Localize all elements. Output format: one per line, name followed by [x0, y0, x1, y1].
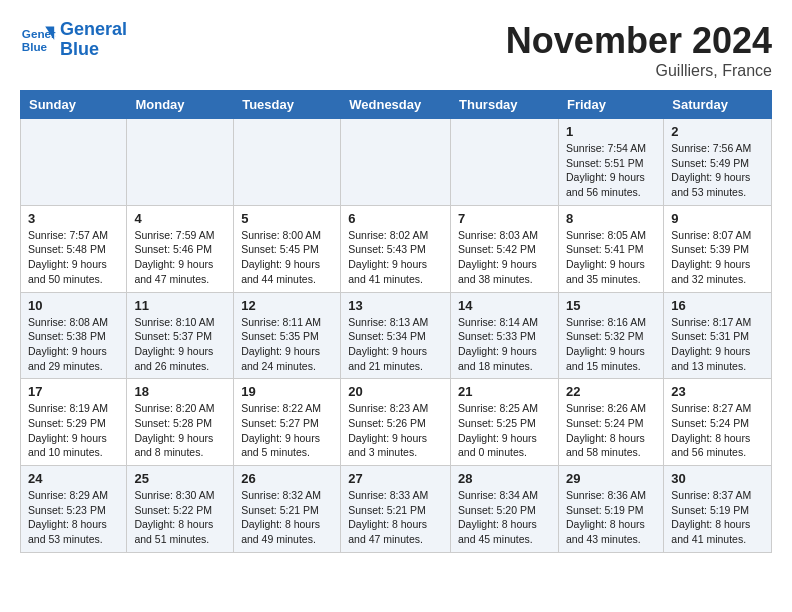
header-day-thursday: Thursday: [451, 91, 559, 119]
calendar-cell-w0d1: [127, 119, 234, 206]
day-number: 14: [458, 298, 551, 313]
calendar-cell-w3d1: 18Sunrise: 8:20 AM Sunset: 5:28 PM Dayli…: [127, 379, 234, 466]
day-info: Sunrise: 8:30 AM Sunset: 5:22 PM Dayligh…: [134, 488, 226, 547]
week-row-1: 3Sunrise: 7:57 AM Sunset: 5:48 PM Daylig…: [21, 205, 772, 292]
calendar-cell-w2d4: 14Sunrise: 8:14 AM Sunset: 5:33 PM Dayli…: [451, 292, 559, 379]
header-day-saturday: Saturday: [664, 91, 772, 119]
day-info: Sunrise: 8:16 AM Sunset: 5:32 PM Dayligh…: [566, 315, 656, 374]
calendar-cell-w4d3: 27Sunrise: 8:33 AM Sunset: 5:21 PM Dayli…: [341, 466, 451, 553]
day-info: Sunrise: 8:11 AM Sunset: 5:35 PM Dayligh…: [241, 315, 333, 374]
logo-icon: General Blue: [20, 22, 56, 58]
day-info: Sunrise: 8:34 AM Sunset: 5:20 PM Dayligh…: [458, 488, 551, 547]
day-info: Sunrise: 8:25 AM Sunset: 5:25 PM Dayligh…: [458, 401, 551, 460]
day-number: 18: [134, 384, 226, 399]
day-info: Sunrise: 7:57 AM Sunset: 5:48 PM Dayligh…: [28, 228, 119, 287]
day-number: 25: [134, 471, 226, 486]
day-number: 16: [671, 298, 764, 313]
day-number: 23: [671, 384, 764, 399]
day-number: 1: [566, 124, 656, 139]
calendar-cell-w3d6: 23Sunrise: 8:27 AM Sunset: 5:24 PM Dayli…: [664, 379, 772, 466]
day-info: Sunrise: 8:02 AM Sunset: 5:43 PM Dayligh…: [348, 228, 443, 287]
day-number: 19: [241, 384, 333, 399]
day-info: Sunrise: 8:07 AM Sunset: 5:39 PM Dayligh…: [671, 228, 764, 287]
title-area: November 2024 Guilliers, France: [506, 20, 772, 80]
day-info: Sunrise: 8:05 AM Sunset: 5:41 PM Dayligh…: [566, 228, 656, 287]
header-day-friday: Friday: [558, 91, 663, 119]
day-number: 28: [458, 471, 551, 486]
day-number: 27: [348, 471, 443, 486]
day-number: 4: [134, 211, 226, 226]
day-number: 5: [241, 211, 333, 226]
calendar-cell-w0d3: [341, 119, 451, 206]
svg-text:Blue: Blue: [22, 40, 48, 53]
day-info: Sunrise: 8:03 AM Sunset: 5:42 PM Dayligh…: [458, 228, 551, 287]
day-number: 22: [566, 384, 656, 399]
week-row-3: 17Sunrise: 8:19 AM Sunset: 5:29 PM Dayli…: [21, 379, 772, 466]
logo: General Blue General Blue: [20, 20, 127, 60]
day-number: 24: [28, 471, 119, 486]
week-row-2: 10Sunrise: 8:08 AM Sunset: 5:38 PM Dayli…: [21, 292, 772, 379]
day-info: Sunrise: 8:37 AM Sunset: 5:19 PM Dayligh…: [671, 488, 764, 547]
day-number: 20: [348, 384, 443, 399]
day-info: Sunrise: 8:27 AM Sunset: 5:24 PM Dayligh…: [671, 401, 764, 460]
calendar-cell-w0d0: [21, 119, 127, 206]
day-info: Sunrise: 8:33 AM Sunset: 5:21 PM Dayligh…: [348, 488, 443, 547]
calendar-cell-w4d5: 29Sunrise: 8:36 AM Sunset: 5:19 PM Dayli…: [558, 466, 663, 553]
day-number: 30: [671, 471, 764, 486]
day-info: Sunrise: 8:13 AM Sunset: 5:34 PM Dayligh…: [348, 315, 443, 374]
day-info: Sunrise: 8:10 AM Sunset: 5:37 PM Dayligh…: [134, 315, 226, 374]
day-info: Sunrise: 8:36 AM Sunset: 5:19 PM Dayligh…: [566, 488, 656, 547]
calendar-cell-w3d5: 22Sunrise: 8:26 AM Sunset: 5:24 PM Dayli…: [558, 379, 663, 466]
calendar-cell-w0d6: 2Sunrise: 7:56 AM Sunset: 5:49 PM Daylig…: [664, 119, 772, 206]
day-info: Sunrise: 8:32 AM Sunset: 5:21 PM Dayligh…: [241, 488, 333, 547]
day-info: Sunrise: 8:20 AM Sunset: 5:28 PM Dayligh…: [134, 401, 226, 460]
header: General Blue General Blue November 2024 …: [20, 20, 772, 80]
day-number: 21: [458, 384, 551, 399]
calendar-cell-w3d4: 21Sunrise: 8:25 AM Sunset: 5:25 PM Dayli…: [451, 379, 559, 466]
week-row-4: 24Sunrise: 8:29 AM Sunset: 5:23 PM Dayli…: [21, 466, 772, 553]
calendar-cell-w2d0: 10Sunrise: 8:08 AM Sunset: 5:38 PM Dayli…: [21, 292, 127, 379]
day-info: Sunrise: 8:26 AM Sunset: 5:24 PM Dayligh…: [566, 401, 656, 460]
calendar-cell-w3d0: 17Sunrise: 8:19 AM Sunset: 5:29 PM Dayli…: [21, 379, 127, 466]
day-number: 29: [566, 471, 656, 486]
calendar-cell-w2d3: 13Sunrise: 8:13 AM Sunset: 5:34 PM Dayli…: [341, 292, 451, 379]
calendar-cell-w0d5: 1Sunrise: 7:54 AM Sunset: 5:51 PM Daylig…: [558, 119, 663, 206]
day-info: Sunrise: 8:29 AM Sunset: 5:23 PM Dayligh…: [28, 488, 119, 547]
day-info: Sunrise: 7:59 AM Sunset: 5:46 PM Dayligh…: [134, 228, 226, 287]
location: Guilliers, France: [506, 62, 772, 80]
calendar-cell-w1d5: 8Sunrise: 8:05 AM Sunset: 5:41 PM Daylig…: [558, 205, 663, 292]
day-number: 7: [458, 211, 551, 226]
header-day-tuesday: Tuesday: [234, 91, 341, 119]
calendar-cell-w3d3: 20Sunrise: 8:23 AM Sunset: 5:26 PM Dayli…: [341, 379, 451, 466]
calendar-cell-w2d6: 16Sunrise: 8:17 AM Sunset: 5:31 PM Dayli…: [664, 292, 772, 379]
day-number: 12: [241, 298, 333, 313]
day-number: 9: [671, 211, 764, 226]
day-info: Sunrise: 8:19 AM Sunset: 5:29 PM Dayligh…: [28, 401, 119, 460]
calendar-cell-w4d2: 26Sunrise: 8:32 AM Sunset: 5:21 PM Dayli…: [234, 466, 341, 553]
day-number: 2: [671, 124, 764, 139]
month-title: November 2024: [506, 20, 772, 62]
calendar-cell-w4d4: 28Sunrise: 8:34 AM Sunset: 5:20 PM Dayli…: [451, 466, 559, 553]
day-number: 3: [28, 211, 119, 226]
header-day-monday: Monday: [127, 91, 234, 119]
day-info: Sunrise: 7:54 AM Sunset: 5:51 PM Dayligh…: [566, 141, 656, 200]
calendar-cell-w4d1: 25Sunrise: 8:30 AM Sunset: 5:22 PM Dayli…: [127, 466, 234, 553]
header-day-wednesday: Wednesday: [341, 91, 451, 119]
day-number: 15: [566, 298, 656, 313]
calendar-cell-w2d5: 15Sunrise: 8:16 AM Sunset: 5:32 PM Dayli…: [558, 292, 663, 379]
day-number: 26: [241, 471, 333, 486]
calendar-cell-w0d4: [451, 119, 559, 206]
calendar-cell-w4d6: 30Sunrise: 8:37 AM Sunset: 5:19 PM Dayli…: [664, 466, 772, 553]
header-row: SundayMondayTuesdayWednesdayThursdayFrid…: [21, 91, 772, 119]
calendar-cell-w1d1: 4Sunrise: 7:59 AM Sunset: 5:46 PM Daylig…: [127, 205, 234, 292]
day-info: Sunrise: 8:14 AM Sunset: 5:33 PM Dayligh…: [458, 315, 551, 374]
day-info: Sunrise: 8:22 AM Sunset: 5:27 PM Dayligh…: [241, 401, 333, 460]
day-number: 11: [134, 298, 226, 313]
calendar-cell-w4d0: 24Sunrise: 8:29 AM Sunset: 5:23 PM Dayli…: [21, 466, 127, 553]
calendar-table: SundayMondayTuesdayWednesdayThursdayFrid…: [20, 90, 772, 553]
day-info: Sunrise: 8:23 AM Sunset: 5:26 PM Dayligh…: [348, 401, 443, 460]
calendar-header: SundayMondayTuesdayWednesdayThursdayFrid…: [21, 91, 772, 119]
day-number: 8: [566, 211, 656, 226]
calendar-cell-w1d6: 9Sunrise: 8:07 AM Sunset: 5:39 PM Daylig…: [664, 205, 772, 292]
calendar-cell-w2d2: 12Sunrise: 8:11 AM Sunset: 5:35 PM Dayli…: [234, 292, 341, 379]
